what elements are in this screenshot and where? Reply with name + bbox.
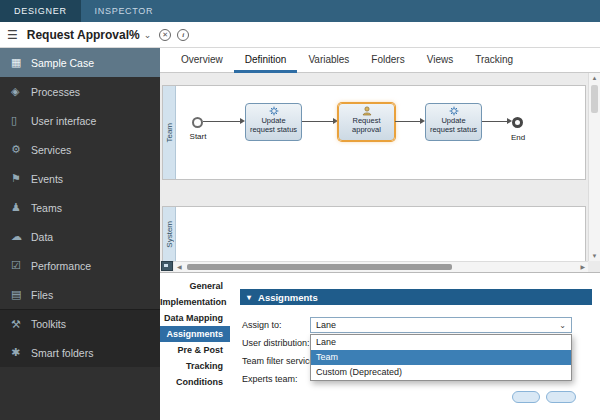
sequence-flow[interactable] bbox=[203, 121, 240, 122]
properties-menu-assignments[interactable]: Assignments bbox=[160, 326, 230, 342]
task-label: Update request status bbox=[426, 116, 481, 134]
assignments-section-header[interactable]: ▾ Assignments bbox=[240, 289, 592, 305]
main-tab-bar: Overview Definition Variables Folders Vi… bbox=[160, 48, 600, 73]
checkbox-icon: ☑ bbox=[11, 259, 31, 272]
assign-to-label: Assign to: bbox=[242, 320, 282, 330]
process-title: Request Approval% bbox=[27, 28, 140, 42]
sidebar-item-sample-case[interactable]: ▦ Sample Case bbox=[0, 48, 160, 77]
assign-to-select[interactable]: Lane ⌄ bbox=[310, 317, 572, 333]
tab-views[interactable]: Views bbox=[416, 48, 465, 73]
properties-menu-tracking[interactable]: Tracking bbox=[160, 358, 230, 374]
sidebar-item-label: Smart folders bbox=[31, 347, 93, 359]
tab-tracking[interactable]: Tracking bbox=[464, 48, 524, 73]
lane-system[interactable]: System bbox=[162, 206, 586, 262]
sidebar-item-files[interactable]: ▤ Files bbox=[0, 280, 160, 309]
tab-overview[interactable]: Overview bbox=[170, 48, 234, 73]
tab-folders[interactable]: Folders bbox=[360, 48, 415, 73]
sidebar-item-toolkits[interactable]: ⚒ Toolkits bbox=[0, 309, 160, 338]
dropdown-option-lane[interactable]: Lane bbox=[311, 335, 571, 350]
grid-icon: ▦ bbox=[11, 56, 31, 69]
sidebar-item-smart-folders[interactable]: ✱ Smart folders bbox=[0, 338, 160, 367]
toolbar: ☰ Request Approval% ⌄ ✕ i bbox=[0, 22, 600, 48]
device-icon: ▯ bbox=[11, 114, 31, 127]
experts-team-button[interactable] bbox=[546, 391, 576, 403]
dropdown-option-custom-deprecated[interactable]: Custom (Deprecated) bbox=[311, 365, 571, 380]
info-glyph: i bbox=[182, 31, 184, 39]
star-icon: ✱ bbox=[11, 346, 31, 359]
properties-menu-data-mapping[interactable]: Data Mapping bbox=[160, 310, 230, 326]
horizontal-scrollbar[interactable]: ◀ ▶ bbox=[174, 261, 588, 272]
canvas-overview-icon[interactable] bbox=[161, 261, 173, 271]
task-request-approval-selected[interactable]: Request approval bbox=[338, 103, 395, 141]
lane-header-system[interactable]: System bbox=[163, 207, 176, 261]
lane-label-system: System bbox=[165, 221, 174, 248]
task-label: Request approval bbox=[339, 116, 394, 134]
assignments-section-title: Assignments bbox=[258, 292, 318, 303]
close-glyph: ✕ bbox=[162, 31, 168, 39]
sidebar-item-performance[interactable]: ☑ Performance bbox=[0, 251, 160, 280]
person-icon: ♟ bbox=[11, 201, 31, 214]
dropdown-option-team[interactable]: Team bbox=[311, 350, 571, 365]
experts-team-label: Experts team: bbox=[242, 374, 298, 384]
sidebar-item-label: Sample Case bbox=[31, 57, 94, 69]
properties-menu-pre-post[interactable]: Pre & Post bbox=[160, 342, 230, 358]
flag-icon: ⚑ bbox=[11, 172, 31, 185]
chevron-down-icon: ⌄ bbox=[559, 321, 566, 330]
end-event-node[interactable] bbox=[512, 117, 523, 128]
top-nav: DESIGNER INSPECTOR bbox=[0, 0, 600, 22]
scroll-right-icon[interactable]: ▶ bbox=[580, 263, 585, 270]
tab-definition[interactable]: Definition bbox=[234, 48, 298, 73]
sidebar-item-events[interactable]: ⚑ Events bbox=[0, 164, 160, 193]
experts-team-button[interactable] bbox=[512, 391, 540, 403]
sequence-flow[interactable] bbox=[395, 121, 420, 122]
sidebar-item-label: Teams bbox=[31, 202, 62, 214]
process-canvas[interactable]: Team System Start Update request status bbox=[160, 73, 600, 272]
end-event-label: End bbox=[498, 133, 538, 142]
task-label: Update request status bbox=[246, 116, 301, 134]
horizontal-scroll-thumb[interactable] bbox=[187, 264, 452, 270]
tools-icon: ⚒ bbox=[11, 318, 31, 331]
task-update-request-status-2[interactable]: Update request status bbox=[425, 103, 482, 141]
sidebar-item-label: Events bbox=[31, 173, 63, 185]
sidebar-item-processes[interactable]: ◈ Processes bbox=[0, 77, 160, 106]
team-filter-service-label: Team filter service: bbox=[242, 356, 317, 366]
chevron-down-icon[interactable]: ⌄ bbox=[144, 30, 152, 40]
scroll-down-icon[interactable]: ▼ bbox=[589, 253, 600, 259]
sidebar-item-user-interface[interactable]: ▯ User interface bbox=[0, 106, 160, 135]
sidebar-item-services[interactable]: ⚙ Services bbox=[0, 135, 160, 164]
sidebar-item-teams[interactable]: ♟ Teams bbox=[0, 193, 160, 222]
lane-header-team[interactable]: Team bbox=[163, 86, 176, 179]
task-update-request-status-1[interactable]: Update request status bbox=[245, 103, 302, 141]
vertical-scrollbar[interactable]: ▲ ▼ bbox=[588, 73, 600, 261]
assign-to-selected-value: Lane bbox=[316, 320, 336, 330]
vertical-scroll-thumb[interactable] bbox=[591, 85, 598, 113]
properties-menu-implementation[interactable]: Implementation bbox=[160, 294, 230, 310]
collapse-chevron-icon[interactable]: ▾ bbox=[247, 293, 251, 302]
start-event-node[interactable] bbox=[192, 117, 203, 128]
gear-icon: ⚙ bbox=[11, 143, 31, 156]
sidebar-item-label: Toolkits bbox=[31, 318, 66, 330]
sidebar-item-label: Performance bbox=[31, 260, 91, 272]
tab-designer[interactable]: DESIGNER bbox=[0, 0, 81, 22]
tab-variables[interactable]: Variables bbox=[297, 48, 360, 73]
sidebar-item-data[interactable]: ☁ Data bbox=[0, 222, 160, 251]
sidebar-item-label: Files bbox=[31, 289, 53, 301]
menu-icon[interactable]: ☰ bbox=[7, 28, 18, 42]
sequence-flow[interactable] bbox=[482, 121, 507, 122]
cloud-icon: ☁ bbox=[11, 230, 31, 243]
user-distribution-label: User distribution: bbox=[242, 338, 310, 348]
app-window: DESIGNER INSPECTOR ☰ Request Approval% ⌄… bbox=[0, 0, 600, 420]
properties-menu-general[interactable]: General bbox=[160, 278, 230, 294]
tab-inspector[interactable]: INSPECTOR bbox=[81, 0, 168, 22]
folder-icon: ▤ bbox=[11, 288, 31, 301]
scroll-left-icon[interactable]: ◀ bbox=[177, 263, 182, 270]
sequence-flow[interactable] bbox=[302, 121, 333, 122]
scroll-up-icon[interactable]: ▲ bbox=[589, 75, 600, 81]
assign-to-dropdown-list: Lane Team Custom (Deprecated) bbox=[310, 334, 572, 381]
info-icon[interactable]: i bbox=[177, 29, 189, 41]
properties-menu: General Implementation Data Mapping Assi… bbox=[160, 278, 230, 390]
lane-body-system[interactable] bbox=[176, 207, 585, 261]
properties-menu-conditions[interactable]: Conditions bbox=[160, 374, 230, 390]
sidebar: ▦ Sample Case ◈ Processes ▯ User interfa… bbox=[0, 48, 160, 420]
close-icon[interactable]: ✕ bbox=[159, 29, 171, 41]
